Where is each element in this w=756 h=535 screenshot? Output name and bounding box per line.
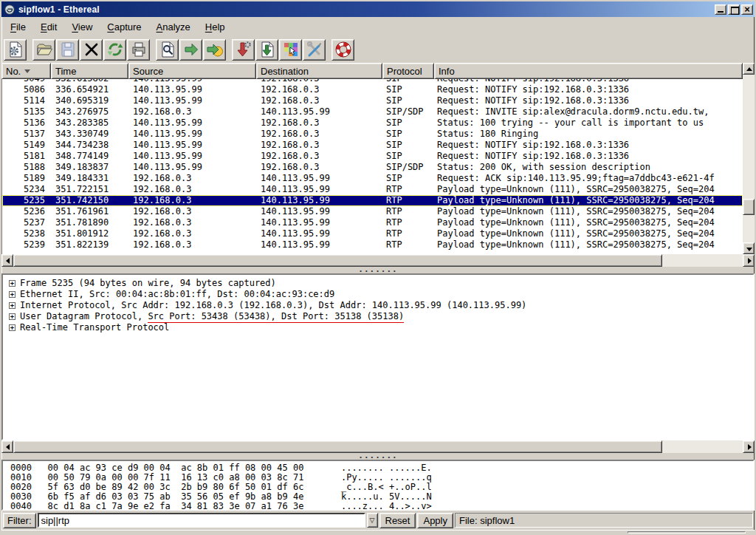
packet-row-5136[interactable]: 5136343.283385140.113.95.99192.168.0.3SI… — [2, 117, 743, 129]
tree-line-3[interactable]: +Internet Protocol, Src Addr: 192.168.0.… — [7, 300, 753, 311]
cell-time: 343.330749 — [52, 129, 129, 140]
tree-line-4[interactable]: +User Datagram Protocol, Src Port: 53438… — [7, 311, 753, 322]
goto-packet-button[interactable] — [203, 39, 226, 61]
vscroll-trough[interactable] — [743, 75, 755, 242]
close-icon[interactable] — [741, 4, 753, 15]
cell-source: 192.168.0.3 — [129, 195, 257, 206]
scroll-right-icon[interactable] — [743, 254, 755, 267]
maximize-icon[interactable] — [728, 4, 740, 15]
preferences-button[interactable] — [303, 39, 326, 61]
scroll-left-icon[interactable] — [1, 254, 13, 267]
tree-line-1[interactable]: +Frame 5235 (94 bytes on wire, 94 bytes … — [7, 278, 753, 289]
capture-preferences-button[interactable] — [4, 39, 27, 61]
menu-edit[interactable]: Edit — [33, 18, 64, 35]
title-bar[interactable]: sipflow1 - Ethereal — [1, 1, 755, 17]
close-button[interactable] — [80, 39, 103, 61]
menu-analyze[interactable]: Analyze — [149, 18, 198, 35]
open-icon — [36, 41, 52, 58]
cell-destination: 140.113.95.99 — [257, 106, 383, 117]
filter-input[interactable] — [38, 513, 365, 528]
reload-icon — [107, 41, 123, 58]
pane-divider-upper[interactable] — [1, 267, 755, 273]
go-forward-button[interactable] — [179, 39, 202, 61]
tree-horizontal-scrollbar[interactable] — [1, 440, 755, 453]
display-filters-button[interactable] — [255, 39, 278, 61]
expand-icon[interactable]: + — [9, 291, 16, 298]
expand-icon[interactable]: + — [9, 302, 16, 309]
expand-icon[interactable]: + — [9, 280, 16, 287]
scroll-down-icon[interactable] — [743, 242, 755, 254]
menu-file[interactable]: File — [3, 18, 33, 35]
packet-row-5189[interactable]: 5189349.184331192.168.0.3140.113.95.99SI… — [2, 173, 743, 184]
tree-line-5[interactable]: +Real-Time Transport Protocol — [7, 322, 753, 333]
cell-time: 340.695319 — [52, 95, 129, 106]
cell-source: 140.113.95.99 — [129, 95, 257, 106]
help-button[interactable] — [331, 39, 354, 61]
hscroll-thumb[interactable] — [13, 254, 662, 267]
column-header-destination[interactable]: Destination — [256, 63, 382, 79]
coloring-rules-button[interactable] — [279, 39, 302, 61]
cell-destination: 140.113.95.99 — [257, 173, 383, 184]
packet-row-5236[interactable]: 5236351.761961192.168.0.3140.113.95.99RT… — [2, 206, 743, 217]
save-button[interactable] — [56, 39, 79, 61]
cell-no: 5181 — [2, 151, 52, 162]
cell-protocol: RTP — [383, 184, 435, 195]
packet-row-5049[interactable]: 5049332.615802140.113.95.99192.168.0.3SI… — [2, 79, 743, 84]
packet-row-5239[interactable]: 5239351.822139192.168.0.3140.113.95.99RT… — [2, 239, 743, 251]
expand-icon[interactable]: + — [9, 313, 16, 320]
cell-no: 5049 — [2, 79, 52, 84]
tree-line-2[interactable]: +Ethernet II, Src: 00:04:ac:8b:01:ff, Ds… — [7, 289, 753, 300]
print-button[interactable] — [127, 39, 150, 61]
list-horizontal-scrollbar[interactable] — [1, 254, 755, 267]
minimize-icon[interactable] — [715, 4, 726, 15]
packet-row-5114[interactable]: 5114340.695319140.113.95.99192.168.0.3SI… — [2, 95, 743, 106]
packet-row-5234[interactable]: 5234351.722151192.168.0.3140.113.95.99RT… — [2, 184, 743, 195]
expand-icon[interactable]: + — [9, 324, 16, 331]
filter-dropdown-button[interactable]: ▽ — [367, 513, 378, 528]
packet-row-5135[interactable]: 5135343.276975192.168.0.3140.113.95.99SI… — [2, 106, 743, 117]
hscroll-trough[interactable] — [13, 254, 743, 267]
packet-row-5188[interactable]: 5188349.183837140.113.95.99192.168.0.3SI… — [2, 162, 743, 173]
column-header-no[interactable]: No. — [1, 63, 51, 79]
cell-time: 336.654921 — [52, 84, 129, 95]
capture-filters-button[interactable] — [232, 39, 255, 61]
hscroll-trough[interactable] — [13, 440, 743, 453]
tree-line-underlined-text: Src Port: 53438 (53438), Dst Port: 35138… — [148, 311, 404, 323]
packet-row-5149[interactable]: 5149344.734238140.113.95.99192.168.0.3SI… — [2, 140, 743, 151]
scroll-up-icon[interactable] — [743, 63, 755, 75]
cell-source: 140.113.95.99 — [129, 129, 257, 140]
menu-help[interactable]: Help — [198, 18, 233, 35]
packet-row-5237[interactable]: 5237351.781890192.168.0.3140.113.95.99RT… — [2, 217, 743, 228]
menu-capture[interactable]: Capture — [100, 18, 148, 35]
tree-line-text: Real-Time Transport Protocol — [20, 322, 169, 333]
open-button[interactable] — [32, 39, 55, 61]
hscroll-thumb[interactable] — [13, 440, 662, 453]
filter-button[interactable]: Filter: — [3, 513, 36, 528]
column-header-source[interactable]: Source — [128, 63, 256, 79]
packet-row-5235[interactable]: 5235351.742150192.168.0.3140.113.95.99RT… — [2, 195, 743, 206]
hex-row-0040[interactable]: 0040 8c d1 8a c1 7a 9e e2 fa 34 81 83 3e… — [3, 502, 753, 511]
packet-row-5086[interactable]: 5086336.654921140.113.95.99192.168.0.3SI… — [2, 84, 743, 95]
scroll-right-icon[interactable] — [743, 440, 755, 453]
cell-time: 332.615802 — [52, 79, 129, 84]
menu-view[interactable]: View — [64, 18, 100, 35]
column-header-info[interactable]: Info — [434, 63, 743, 79]
column-header-protocol[interactable]: Protocol — [382, 63, 434, 79]
find-button[interactable] — [156, 39, 179, 61]
cell-source: 192.168.0.3 — [129, 206, 257, 217]
scroll-left-icon[interactable] — [1, 440, 13, 453]
column-header-time[interactable]: Time — [51, 63, 128, 79]
reset-button[interactable]: Reset — [379, 513, 416, 528]
packet-row-5238[interactable]: 5238351.801912192.168.0.3140.113.95.99RT… — [2, 228, 743, 239]
vscroll-thumb[interactable] — [743, 199, 755, 215]
cell-protocol: RTP — [383, 206, 435, 217]
apply-button[interactable]: Apply — [417, 513, 453, 528]
capture-preferences-icon — [7, 41, 24, 58]
packet-row-5181[interactable]: 5181348.774149140.113.95.99192.168.0.3SI… — [2, 151, 743, 162]
reload-button[interactable] — [103, 39, 126, 61]
cell-no: 5189 — [2, 173, 52, 184]
cell-protocol: SIP — [383, 95, 435, 106]
vertical-scrollbar[interactable] — [743, 63, 755, 254]
packet-row-5137[interactable]: 5137343.330749140.113.95.99192.168.0.3SI… — [2, 129, 743, 140]
pane-divider-lower[interactable] — [1, 453, 755, 460]
